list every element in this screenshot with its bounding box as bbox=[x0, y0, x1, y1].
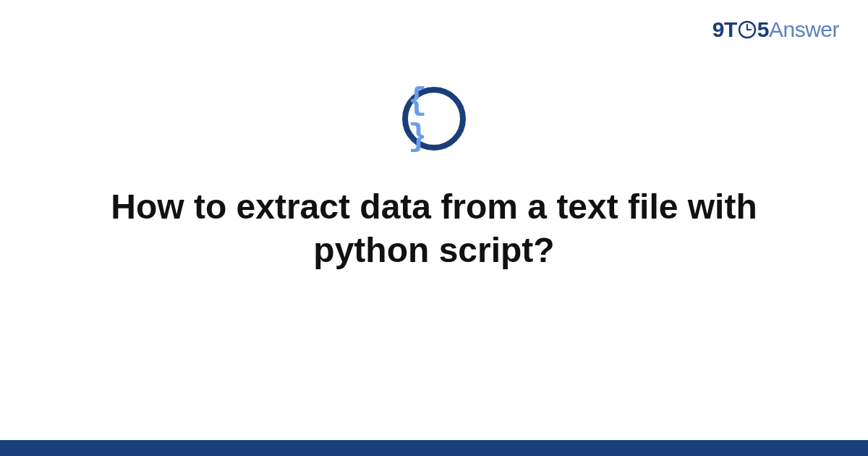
brand-logo: 9T 5 Answer bbox=[712, 17, 839, 42]
brand-text-9t: 9T bbox=[712, 17, 737, 42]
code-braces-icon: { } bbox=[408, 83, 460, 155]
main-content: { } How to extract data from a text file… bbox=[0, 87, 868, 272]
brand-text-5: 5 bbox=[757, 17, 769, 42]
footer-bar bbox=[0, 440, 868, 456]
brand-text-answer: Answer bbox=[769, 17, 839, 42]
category-icon-circle: { } bbox=[402, 87, 466, 151]
question-title: How to extract data from a text file wit… bbox=[72, 185, 796, 272]
clock-icon bbox=[738, 20, 757, 39]
